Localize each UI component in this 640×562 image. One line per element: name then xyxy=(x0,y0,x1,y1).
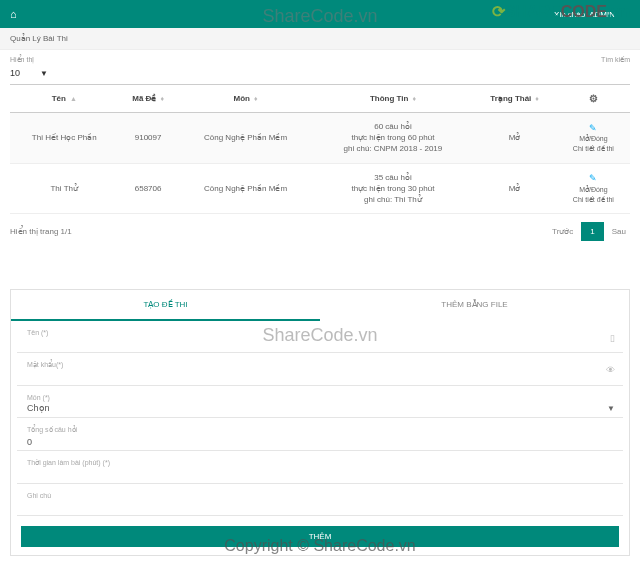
password-field[interactable]: Mật khẩu(*) 👁 xyxy=(17,357,623,386)
search-label[interactable]: Tìm kiếm xyxy=(601,56,630,64)
table-row: Thi Hết Học Phần 910097 Công Nghệ Phần M… xyxy=(10,113,630,164)
submit-button[interactable]: THÊM xyxy=(21,526,619,547)
cell-code: 658706 xyxy=(119,163,178,214)
pencil-icon[interactable]: ✎ xyxy=(561,122,626,135)
cell-actions: ✎ Mở/Đóng Chi tiết đề thi xyxy=(557,163,630,214)
time-field[interactable]: Thời gian làm bài (phút) (*) xyxy=(17,455,623,484)
cell-status: Mở xyxy=(472,163,556,214)
cell-info: 35 câu hỏi thực hiện trong 30 phút ghi c… xyxy=(313,163,472,214)
page-title: Quản Lý Bài Thi xyxy=(0,28,640,50)
name-field[interactable]: Tên (*) ▯ xyxy=(17,325,623,353)
col-status[interactable]: Trạng Thái♦ xyxy=(472,85,556,113)
col-subject[interactable]: Môn♦ xyxy=(178,85,314,113)
chevron-down-icon[interactable]: ▼ xyxy=(607,404,615,413)
cell-info: 60 câu hỏi thực hiện trong 60 phút ghi c… xyxy=(313,113,472,164)
create-exam-form: TẠO ĐỀ THI THÊM BẰNG FILE ShareCode.vn T… xyxy=(10,289,630,556)
clear-icon[interactable]: ▯ xyxy=(610,333,615,343)
cell-subject: Công Nghệ Phần Mềm xyxy=(178,163,314,214)
tab-file[interactable]: THÊM BẰNG FILE xyxy=(320,290,629,321)
toggle-link[interactable]: Mở/Đóng xyxy=(561,134,626,144)
chevron-down-icon[interactable]: ▼ xyxy=(40,69,48,78)
page-size-select[interactable]: 10 xyxy=(10,68,20,78)
exam-table: Tên▲ Mã Đề♦ Môn♦ Thông Tin♦ Trạng Thái♦ … xyxy=(10,84,630,214)
cell-status: Mở xyxy=(472,113,556,164)
home-icon[interactable]: ⌂ xyxy=(10,8,17,20)
pagination-info: Hiển thị trang 1/1 xyxy=(10,227,72,236)
pencil-icon[interactable]: ✎ xyxy=(561,172,626,185)
total-input[interactable] xyxy=(27,436,613,448)
subject-select[interactable]: Chọn xyxy=(27,403,613,415)
pagination: Trước 1 Sau xyxy=(548,222,630,241)
show-label: Hiển thị xyxy=(10,56,34,64)
eye-icon[interactable]: 👁 xyxy=(606,365,615,375)
tab-create[interactable]: TẠO ĐỀ THI xyxy=(11,290,320,321)
cell-subject: Công Nghệ Phần Mềm xyxy=(178,113,314,164)
col-name[interactable]: Tên▲ xyxy=(10,85,119,113)
toggle-link[interactable]: Mở/Đóng xyxy=(561,185,626,195)
cell-code: 910097 xyxy=(119,113,178,164)
detail-link[interactable]: Chi tiết đề thi xyxy=(561,144,626,154)
col-code[interactable]: Mã Đề♦ xyxy=(119,85,178,113)
cell-name: Thi Thử xyxy=(10,163,119,214)
note-field[interactable]: Ghi chú xyxy=(17,488,623,516)
next-button[interactable]: Sau xyxy=(608,223,630,240)
cell-name: Thi Hết Học Phần xyxy=(10,113,119,164)
watermark-logo: ⟳SHARECODE.vn xyxy=(492,2,630,21)
col-actions: ⚙ xyxy=(557,85,630,113)
gear-icon: ⚙ xyxy=(589,93,598,104)
prev-button[interactable]: Trước xyxy=(548,223,577,240)
col-info[interactable]: Thông Tin♦ xyxy=(313,85,472,113)
total-field[interactable]: Tổng số câu hỏi xyxy=(17,422,623,451)
cell-actions: ✎ Mở/Đóng Chi tiết đề thi xyxy=(557,113,630,164)
page-1-button[interactable]: 1 xyxy=(581,222,603,241)
subject-field[interactable]: Môn (*) Chọn ▼ xyxy=(17,390,623,418)
name-input[interactable] xyxy=(27,338,613,350)
detail-link[interactable]: Chi tiết đề thi xyxy=(561,195,626,205)
time-input[interactable] xyxy=(27,469,613,481)
note-input[interactable] xyxy=(27,501,613,513)
password-input[interactable] xyxy=(27,371,613,383)
table-row: Thi Thử 658706 Công Nghệ Phần Mềm 35 câu… xyxy=(10,163,630,214)
